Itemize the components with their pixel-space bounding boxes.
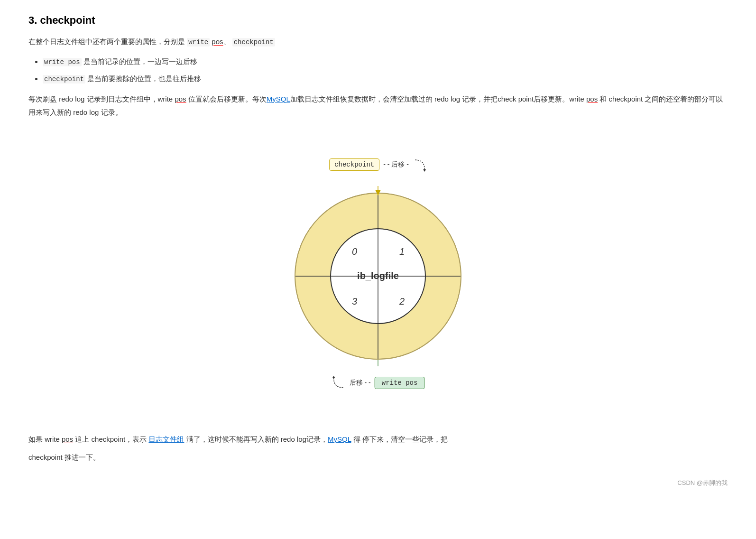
svg-text:3: 3 xyxy=(352,296,357,307)
checkpoint-curve-arrow xyxy=(413,158,427,172)
write-pos-curve-arrow xyxy=(332,376,346,390)
svg-marker-13 xyxy=(332,376,335,378)
pos-underlined: pos xyxy=(212,37,223,46)
checkpoint-label-area: checkpoint - - 后移 - xyxy=(329,158,427,172)
bullet-list: write pos 是当前记录的位置，一边写一边后移 checkpoint 是当… xyxy=(43,55,728,85)
mysql-link-2[interactable]: MySQL xyxy=(328,435,351,443)
svg-marker-12 xyxy=(423,169,426,172)
paragraph-1: 每次刷盘 redo log 记录到日志文件组中，write pos 位置就会后移… xyxy=(28,93,728,120)
log-file-group-link[interactable]: 日志文件组 xyxy=(148,435,184,443)
checkpoint-box: checkpoint xyxy=(329,158,379,171)
pos-underline-3: pos xyxy=(62,435,73,443)
mysql-link[interactable]: MySQL xyxy=(267,95,290,103)
write-pos-inline-code: write xyxy=(187,38,210,46)
ring-diagram-svg: 0 1 3 2 ib_logfile xyxy=(288,186,468,366)
pos-underline-1: pos xyxy=(175,95,186,103)
svg-text:0: 0 xyxy=(352,246,357,257)
paragraph-2-cont: checkpoint 推进一下。 xyxy=(28,451,728,465)
diagram-inner: 0 1 3 2 ib_logfile xyxy=(259,158,497,395)
svg-text:2: 2 xyxy=(399,296,405,307)
write-pos-arrow-label: 后移 - - xyxy=(350,379,371,387)
svg-text:ib_logfile: ib_logfile xyxy=(357,270,399,281)
bullet-item-1: write pos 是当前记录的位置，一边写一边后移 xyxy=(43,55,728,68)
intro-paragraph: 在整个日志文件组中还有两个重要的属性，分别是 write pos、 checkp… xyxy=(28,35,728,48)
checkpoint-arrow-label: - - 后移 - xyxy=(383,160,409,169)
checkpoint-inline-code: checkpoint xyxy=(232,38,275,46)
footer: CSDN @赤脚的我 xyxy=(28,479,728,487)
svg-text:1: 1 xyxy=(399,246,405,257)
diagram-container: 0 1 3 2 ib_logfile xyxy=(28,134,728,418)
pos-underline-2: pos xyxy=(586,95,598,103)
write-pos-box: write pos xyxy=(375,377,425,389)
section-heading: 3. checkpoint xyxy=(28,14,728,27)
write-pos-label-area: 后移 - - write pos xyxy=(332,376,425,390)
paragraph-2: 如果 write pos 追上 checkpoint，表示 日志文件组 满了，这… xyxy=(28,433,728,446)
bullet-item-2: checkpoint 是当前要擦除的位置，也是往后推移 xyxy=(43,72,728,85)
